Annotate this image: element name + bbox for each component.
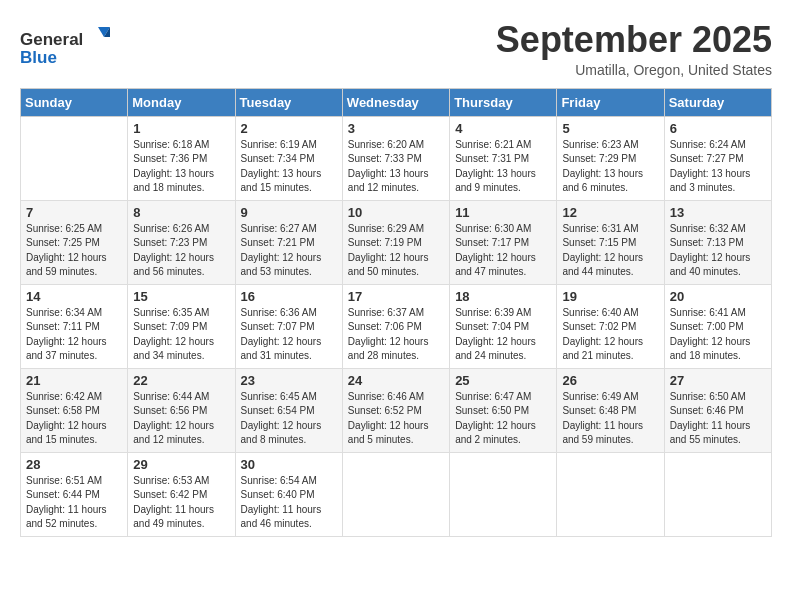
calendar-cell: 30Sunrise: 6:54 AMSunset: 6:40 PMDayligh… [235, 452, 342, 536]
calendar-cell: 8Sunrise: 6:26 AMSunset: 7:23 PMDaylight… [128, 200, 235, 284]
day-number: 14 [26, 289, 122, 304]
calendar-cell: 4Sunrise: 6:21 AMSunset: 7:31 PMDaylight… [450, 116, 557, 200]
calendar-cell: 18Sunrise: 6:39 AMSunset: 7:04 PMDayligh… [450, 284, 557, 368]
day-info: Sunrise: 6:37 AMSunset: 7:06 PMDaylight:… [348, 306, 444, 364]
day-number: 9 [241, 205, 337, 220]
day-of-week-header: Sunday [21, 88, 128, 116]
day-info: Sunrise: 6:19 AMSunset: 7:34 PMDaylight:… [241, 138, 337, 196]
day-of-week-header: Tuesday [235, 88, 342, 116]
day-info: Sunrise: 6:23 AMSunset: 7:29 PMDaylight:… [562, 138, 658, 196]
calendar-cell: 13Sunrise: 6:32 AMSunset: 7:13 PMDayligh… [664, 200, 771, 284]
calendar-cell: 9Sunrise: 6:27 AMSunset: 7:21 PMDaylight… [235, 200, 342, 284]
calendar-cell: 19Sunrise: 6:40 AMSunset: 7:02 PMDayligh… [557, 284, 664, 368]
day-info: Sunrise: 6:41 AMSunset: 7:00 PMDaylight:… [670, 306, 766, 364]
day-info: Sunrise: 6:30 AMSunset: 7:17 PMDaylight:… [455, 222, 551, 280]
day-info: Sunrise: 6:46 AMSunset: 6:52 PMDaylight:… [348, 390, 444, 448]
day-info: Sunrise: 6:36 AMSunset: 7:07 PMDaylight:… [241, 306, 337, 364]
day-of-week-header: Monday [128, 88, 235, 116]
day-number: 11 [455, 205, 551, 220]
day-of-week-header: Saturday [664, 88, 771, 116]
day-info: Sunrise: 6:39 AMSunset: 7:04 PMDaylight:… [455, 306, 551, 364]
calendar-cell [342, 452, 449, 536]
calendar-cell: 23Sunrise: 6:45 AMSunset: 6:54 PMDayligh… [235, 368, 342, 452]
day-info: Sunrise: 6:40 AMSunset: 7:02 PMDaylight:… [562, 306, 658, 364]
calendar-cell: 7Sunrise: 6:25 AMSunset: 7:25 PMDaylight… [21, 200, 128, 284]
day-of-week-header: Wednesday [342, 88, 449, 116]
calendar-cell: 12Sunrise: 6:31 AMSunset: 7:15 PMDayligh… [557, 200, 664, 284]
day-number: 20 [670, 289, 766, 304]
calendar-cell: 24Sunrise: 6:46 AMSunset: 6:52 PMDayligh… [342, 368, 449, 452]
day-info: Sunrise: 6:25 AMSunset: 7:25 PMDaylight:… [26, 222, 122, 280]
day-number: 21 [26, 373, 122, 388]
calendar-cell: 22Sunrise: 6:44 AMSunset: 6:56 PMDayligh… [128, 368, 235, 452]
calendar-week-row: 21Sunrise: 6:42 AMSunset: 6:58 PMDayligh… [21, 368, 772, 452]
month-title: September 2025 [496, 20, 772, 60]
calendar-cell: 17Sunrise: 6:37 AMSunset: 7:06 PMDayligh… [342, 284, 449, 368]
calendar-cell [450, 452, 557, 536]
day-info: Sunrise: 6:50 AMSunset: 6:46 PMDaylight:… [670, 390, 766, 448]
day-of-week-header: Friday [557, 88, 664, 116]
calendar-cell: 29Sunrise: 6:53 AMSunset: 6:42 PMDayligh… [128, 452, 235, 536]
calendar-cell [557, 452, 664, 536]
calendar-cell: 15Sunrise: 6:35 AMSunset: 7:09 PMDayligh… [128, 284, 235, 368]
day-number: 17 [348, 289, 444, 304]
title-block: September 2025 Umatilla, Oregon, United … [496, 20, 772, 78]
day-info: Sunrise: 6:53 AMSunset: 6:42 PMDaylight:… [133, 474, 229, 532]
day-info: Sunrise: 6:34 AMSunset: 7:11 PMDaylight:… [26, 306, 122, 364]
day-info: Sunrise: 6:20 AMSunset: 7:33 PMDaylight:… [348, 138, 444, 196]
calendar-cell: 26Sunrise: 6:49 AMSunset: 6:48 PMDayligh… [557, 368, 664, 452]
day-number: 12 [562, 205, 658, 220]
day-number: 6 [670, 121, 766, 136]
day-info: Sunrise: 6:42 AMSunset: 6:58 PMDaylight:… [26, 390, 122, 448]
day-info: Sunrise: 6:18 AMSunset: 7:36 PMDaylight:… [133, 138, 229, 196]
day-info: Sunrise: 6:49 AMSunset: 6:48 PMDaylight:… [562, 390, 658, 448]
day-number: 26 [562, 373, 658, 388]
day-info: Sunrise: 6:21 AMSunset: 7:31 PMDaylight:… [455, 138, 551, 196]
day-info: Sunrise: 6:29 AMSunset: 7:19 PMDaylight:… [348, 222, 444, 280]
calendar-cell: 21Sunrise: 6:42 AMSunset: 6:58 PMDayligh… [21, 368, 128, 452]
calendar-cell: 25Sunrise: 6:47 AMSunset: 6:50 PMDayligh… [450, 368, 557, 452]
day-number: 30 [241, 457, 337, 472]
day-number: 10 [348, 205, 444, 220]
calendar-cell: 3Sunrise: 6:20 AMSunset: 7:33 PMDaylight… [342, 116, 449, 200]
day-number: 5 [562, 121, 658, 136]
day-number: 3 [348, 121, 444, 136]
day-info: Sunrise: 6:44 AMSunset: 6:56 PMDaylight:… [133, 390, 229, 448]
day-info: Sunrise: 6:24 AMSunset: 7:27 PMDaylight:… [670, 138, 766, 196]
day-info: Sunrise: 6:51 AMSunset: 6:44 PMDaylight:… [26, 474, 122, 532]
day-info: Sunrise: 6:47 AMSunset: 6:50 PMDaylight:… [455, 390, 551, 448]
location-subtitle: Umatilla, Oregon, United States [496, 62, 772, 78]
day-number: 18 [455, 289, 551, 304]
calendar-header-row: SundayMondayTuesdayWednesdayThursdayFrid… [21, 88, 772, 116]
svg-text:Blue: Blue [20, 48, 57, 67]
calendar-cell [21, 116, 128, 200]
calendar-week-row: 28Sunrise: 6:51 AMSunset: 6:44 PMDayligh… [21, 452, 772, 536]
day-number: 23 [241, 373, 337, 388]
day-number: 28 [26, 457, 122, 472]
day-number: 29 [133, 457, 229, 472]
calendar-cell: 27Sunrise: 6:50 AMSunset: 6:46 PMDayligh… [664, 368, 771, 452]
day-number: 22 [133, 373, 229, 388]
day-number: 13 [670, 205, 766, 220]
logo: General Blue [20, 25, 110, 70]
day-info: Sunrise: 6:31 AMSunset: 7:15 PMDaylight:… [562, 222, 658, 280]
calendar-cell: 5Sunrise: 6:23 AMSunset: 7:29 PMDaylight… [557, 116, 664, 200]
page-header: General Blue September 2025 Umatilla, Or… [20, 20, 772, 78]
calendar-cell [664, 452, 771, 536]
calendar-week-row: 1Sunrise: 6:18 AMSunset: 7:36 PMDaylight… [21, 116, 772, 200]
day-number: 16 [241, 289, 337, 304]
calendar-cell: 1Sunrise: 6:18 AMSunset: 7:36 PMDaylight… [128, 116, 235, 200]
calendar-cell: 16Sunrise: 6:36 AMSunset: 7:07 PMDayligh… [235, 284, 342, 368]
calendar-week-row: 14Sunrise: 6:34 AMSunset: 7:11 PMDayligh… [21, 284, 772, 368]
svg-text:General: General [20, 30, 83, 49]
day-info: Sunrise: 6:45 AMSunset: 6:54 PMDaylight:… [241, 390, 337, 448]
day-number: 15 [133, 289, 229, 304]
day-number: 27 [670, 373, 766, 388]
day-info: Sunrise: 6:26 AMSunset: 7:23 PMDaylight:… [133, 222, 229, 280]
day-number: 1 [133, 121, 229, 136]
calendar-week-row: 7Sunrise: 6:25 AMSunset: 7:25 PMDaylight… [21, 200, 772, 284]
calendar-cell: 6Sunrise: 6:24 AMSunset: 7:27 PMDaylight… [664, 116, 771, 200]
day-number: 24 [348, 373, 444, 388]
calendar-cell: 10Sunrise: 6:29 AMSunset: 7:19 PMDayligh… [342, 200, 449, 284]
calendar-cell: 20Sunrise: 6:41 AMSunset: 7:00 PMDayligh… [664, 284, 771, 368]
